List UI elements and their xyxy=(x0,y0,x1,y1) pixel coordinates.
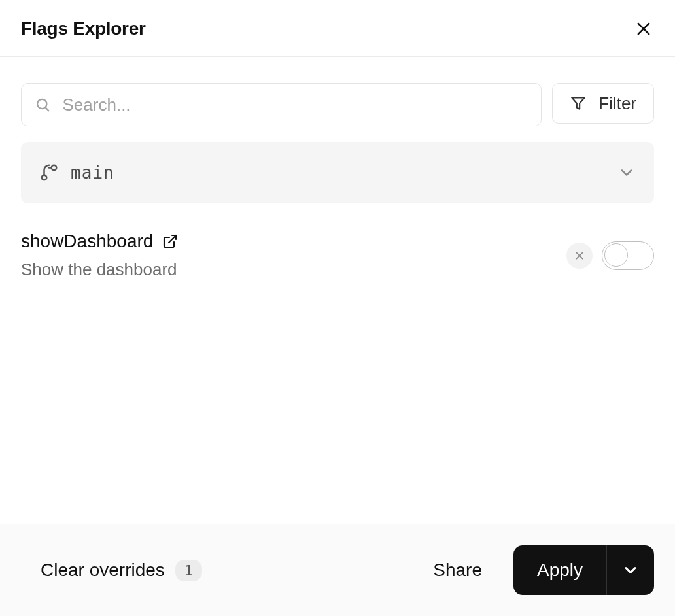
search-row: Filter xyxy=(21,83,654,126)
content: Filter main showDashboard Show the dashb… xyxy=(0,57,675,524)
search-icon xyxy=(35,96,51,113)
flag-description: Show the dashboard xyxy=(21,260,178,280)
filter-icon xyxy=(570,95,587,112)
footer-right: Share Apply xyxy=(433,545,654,595)
external-link-button[interactable] xyxy=(162,233,178,249)
share-button[interactable]: Share xyxy=(433,560,482,581)
flag-info: showDashboard Show the dashboard xyxy=(21,231,178,280)
filter-label: Filter xyxy=(598,94,636,114)
chevron-down-icon xyxy=(621,561,640,579)
page-title: Flags Explorer xyxy=(21,18,146,39)
flag-item: showDashboard Show the dashboard xyxy=(0,231,675,301)
chevron-down-icon xyxy=(617,163,636,182)
header: Flags Explorer xyxy=(0,0,675,57)
flag-controls xyxy=(566,241,654,270)
apply-button-group: Apply xyxy=(513,545,654,595)
external-link-icon xyxy=(162,233,178,249)
apply-button[interactable]: Apply xyxy=(513,545,607,595)
filter-button[interactable]: Filter xyxy=(552,83,654,124)
clear-overrides-label: Clear overrides xyxy=(41,560,165,581)
git-branch-icon xyxy=(39,163,59,182)
svg-line-7 xyxy=(169,235,176,243)
search-box[interactable] xyxy=(21,83,542,126)
clear-override-button[interactable] xyxy=(566,243,593,269)
flag-name: showDashboard xyxy=(21,231,153,252)
flag-list: showDashboard Show the dashboard xyxy=(0,231,675,301)
svg-line-3 xyxy=(45,107,48,111)
controls: Filter main xyxy=(0,57,675,203)
branch-name: main xyxy=(71,163,114,182)
flag-title-row: showDashboard xyxy=(21,231,178,252)
x-icon xyxy=(574,250,585,261)
branch-selector[interactable]: main xyxy=(21,142,654,203)
svg-marker-4 xyxy=(572,97,585,109)
footer: Clear overrides 1 Share Apply xyxy=(0,524,675,616)
clear-overrides-button[interactable]: Clear overrides 1 xyxy=(41,560,202,581)
close-button[interactable] xyxy=(633,18,654,39)
apply-more-button[interactable] xyxy=(607,545,654,595)
search-input[interactable] xyxy=(63,95,528,115)
flag-toggle[interactable] xyxy=(602,241,654,270)
close-icon xyxy=(634,20,653,38)
override-count-badge: 1 xyxy=(175,560,202,581)
toggle-knob xyxy=(604,243,628,267)
branch-left: main xyxy=(39,163,114,182)
